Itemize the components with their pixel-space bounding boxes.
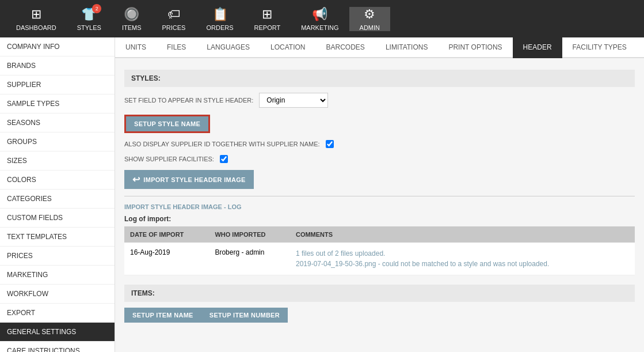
set-field-select[interactable]: Origin Season Brand Supplier <box>259 93 328 108</box>
nav-styles[interactable]: 👕 2 STYLES <box>67 7 112 31</box>
table-row: 16-Aug-2019 Broberg - admin 1 files out … <box>124 243 635 275</box>
sidebar-item-prices[interactable]: PRICES <box>0 247 115 266</box>
show-supplier-checkbox[interactable] <box>220 155 228 163</box>
sidebar-item-text-templates[interactable]: TEXT TEMPLATES <box>0 228 115 247</box>
show-supplier-row: SHOW SUPPLIER FACILITIES: <box>124 155 635 163</box>
also-display-label: ALSO DISPLAY SUPPLIER ID TOGETHER WITH S… <box>124 141 320 147</box>
marketing-icon: 📢 <box>312 7 327 22</box>
sidebar-item-marketing[interactable]: MARKETING <box>0 266 115 285</box>
top-nav: ⊞ DASHBOARD 👕 2 STYLES 🔘 ITEMS 🏷 PRICES … <box>0 0 644 37</box>
setup-style-name-row: SETUP STYLE NAME <box>124 115 635 133</box>
sidebar-item-sizes[interactable]: SIZES <box>0 152 115 171</box>
also-display-checkbox[interactable] <box>326 140 334 148</box>
set-field-row: SET FIELD TO APPEAR IN STYLE HEADER: Ori… <box>124 93 635 108</box>
sidebar-item-care-instructions[interactable]: CARE INSTRUCTIONS <box>0 342 115 352</box>
layout: COMPANY INFO BRANDS SUPPLIER SAMPLE TYPE… <box>0 37 644 352</box>
import-log-title: IMPORT STYLE HEADER IMAGE - LOG <box>124 203 635 210</box>
show-supplier-label: SHOW SUPPLIER FACILITIES: <box>124 156 214 162</box>
tab-bar: UNITS FILES LANGUAGES LOCATION BARCODES … <box>115 37 644 58</box>
orders-icon: 📋 <box>212 7 228 22</box>
sidebar-item-brands[interactable]: BRANDS <box>0 56 115 75</box>
row-comments: 1 files out of 2 files uploaded. 2019-07… <box>290 243 635 275</box>
sidebar-item-categories[interactable]: CATEGORIES <box>0 190 115 209</box>
setup-item-name-button[interactable]: SETUP ITEM NAME <box>124 308 201 323</box>
dashboard-icon: ⊞ <box>31 7 41 22</box>
sidebar-item-groups[interactable]: GROUPS <box>0 133 115 152</box>
tab-facility-types[interactable]: FACILITY TYPES <box>562 37 637 58</box>
sidebar-item-company-info[interactable]: COMPANY INFO <box>0 37 115 56</box>
items-icon: 🔘 <box>124 7 139 22</box>
styles-badge: 2 <box>92 4 101 13</box>
sidebar-item-colors[interactable]: COLORS <box>0 171 115 190</box>
divider <box>124 196 635 196</box>
tab-location[interactable]: LOCATION <box>260 37 315 58</box>
nav-prices[interactable]: 🏷 PRICES <box>152 7 196 31</box>
row-date: 16-Aug-2019 <box>124 243 209 275</box>
set-field-label: SET FIELD TO APPEAR IN STYLE HEADER: <box>124 97 253 104</box>
import-button-row: ↩ IMPORT STYLE HEADER IMAGE <box>124 170 635 189</box>
sidebar-item-supplier[interactable]: SUPPLIER <box>0 75 115 94</box>
nav-dashboard[interactable]: ⊞ DASHBOARD <box>6 7 67 31</box>
sidebar: COMPANY INFO BRANDS SUPPLIER SAMPLE TYPE… <box>0 37 115 352</box>
tab-limitations[interactable]: LIMITATIONS <box>375 37 439 58</box>
sidebar-item-sample-types[interactable]: SAMPLE TYPES <box>0 94 115 113</box>
tab-header[interactable]: HEADER <box>513 37 562 58</box>
setup-style-name-button[interactable]: SETUP STYLE NAME <box>124 115 210 133</box>
main-content: UNITS FILES LANGUAGES LOCATION BARCODES … <box>115 37 644 352</box>
tab-files[interactable]: FILES <box>157 37 196 58</box>
also-display-row: ALSO DISPLAY SUPPLIER ID TOGETHER WITH S… <box>124 140 635 148</box>
items-section-header: ITEMS: <box>124 285 635 302</box>
nav-items[interactable]: 🔘 ITEMS <box>112 7 152 31</box>
col-comments: COMMENTS <box>290 226 635 243</box>
log-table: DATE OF IMPORT WHO IMPORTED COMMENTS 16-… <box>124 226 635 275</box>
tab-print-options[interactable]: PRINT OPTIONS <box>438 37 512 58</box>
col-who: WHO IMPORTED <box>209 226 290 243</box>
sidebar-item-general-settings[interactable]: GENERAL SETTINGS <box>0 323 115 342</box>
tab-barcodes[interactable]: BARCODES <box>316 37 375 58</box>
content-area: STYLES: SET FIELD TO APPEAR IN STYLE HEA… <box>115 58 644 330</box>
row-who: Broberg - admin <box>209 243 290 275</box>
nav-marketing[interactable]: 📢 MARKETING <box>291 7 349 31</box>
setup-item-number-button[interactable]: SETUP ITEM NUMBER <box>201 308 288 323</box>
sidebar-item-seasons[interactable]: SEASONS <box>0 113 115 133</box>
nav-admin[interactable]: ⚙ ADMIN <box>349 7 390 31</box>
sidebar-item-export[interactable]: EXPORT <box>0 304 115 323</box>
import-style-header-button[interactable]: ↩ IMPORT STYLE HEADER IMAGE <box>124 170 254 189</box>
tab-units[interactable]: UNITS <box>115 37 157 58</box>
styles-section-header: STYLES: <box>124 70 635 87</box>
nav-orders[interactable]: 📋 ORDERS <box>196 7 243 31</box>
report-icon: ⊞ <box>262 7 272 22</box>
import-icon: ↩ <box>132 174 140 185</box>
admin-icon: ⚙ <box>364 7 375 22</box>
log-of-import-label: Log of import: <box>124 215 635 223</box>
styles-badge-wrapper: 👕 2 <box>81 7 97 22</box>
sidebar-item-custom-fields[interactable]: CUSTOM FIELDS <box>0 209 115 228</box>
items-btn-row: SETUP ITEM NAME SETUP ITEM NUMBER <box>124 308 635 323</box>
tab-languages[interactable]: LANGUAGES <box>196 37 260 58</box>
sidebar-item-workflow[interactable]: WORKFLOW <box>0 285 115 304</box>
prices-icon: 🏷 <box>167 7 180 22</box>
col-date: DATE OF IMPORT <box>124 226 209 243</box>
nav-report[interactable]: ⊞ REPORT <box>244 7 291 31</box>
